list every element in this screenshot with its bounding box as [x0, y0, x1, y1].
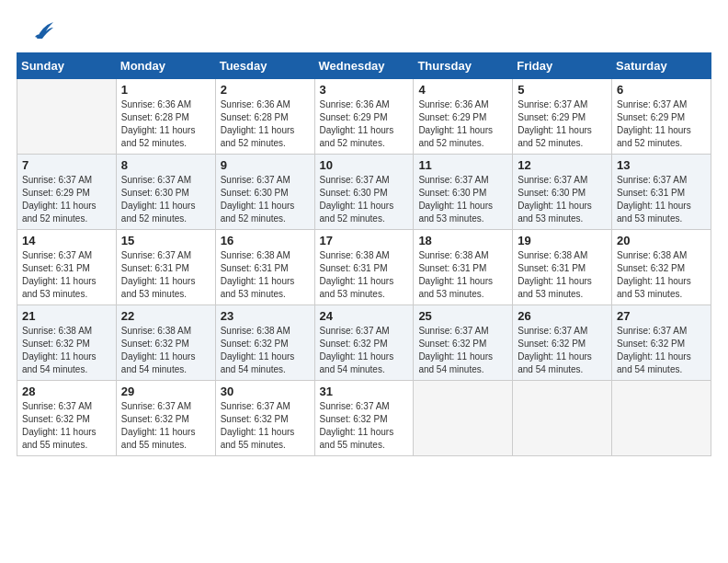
day-number: 26	[518, 309, 607, 323]
header-monday: Monday	[116, 53, 215, 79]
day-info: Sunrise: 6:38 AMSunset: 6:31 PMDaylight:…	[418, 249, 507, 301]
day-number: 1	[121, 83, 210, 97]
table-row: 5Sunrise: 6:37 AMSunset: 6:29 PMDaylight…	[513, 79, 612, 155]
day-info: Sunrise: 6:37 AMSunset: 6:32 PMDaylight:…	[320, 325, 409, 376]
table-row: 19Sunrise: 6:38 AMSunset: 6:31 PMDayligh…	[513, 230, 612, 305]
table-row: 29Sunrise: 6:37 AMSunset: 6:32 PMDayligh…	[116, 381, 215, 456]
day-number: 21	[22, 309, 111, 323]
table-row: 13Sunrise: 6:37 AMSunset: 6:31 PMDayligh…	[612, 155, 711, 230]
table-row: 17Sunrise: 6:38 AMSunset: 6:31 PMDayligh…	[314, 230, 414, 305]
day-number: 4	[418, 83, 507, 97]
day-info: Sunrise: 6:37 AMSunset: 6:29 PMDaylight:…	[518, 98, 607, 150]
table-row: 6Sunrise: 6:37 AMSunset: 6:29 PMDaylight…	[612, 79, 711, 155]
day-info: Sunrise: 6:38 AMSunset: 6:32 PMDaylight:…	[221, 325, 310, 376]
day-info: Sunrise: 6:38 AMSunset: 6:32 PMDaylight:…	[22, 325, 111, 376]
day-number: 27	[617, 309, 706, 323]
day-info: Sunrise: 6:37 AMSunset: 6:30 PMDaylight:…	[418, 174, 507, 225]
day-info: Sunrise: 6:38 AMSunset: 6:31 PMDaylight:…	[320, 249, 409, 301]
logo	[28, 18, 55, 48]
table-row: 24Sunrise: 6:37 AMSunset: 6:32 PMDayligh…	[314, 305, 414, 381]
day-info: Sunrise: 6:37 AMSunset: 6:30 PMDaylight:…	[518, 174, 607, 225]
day-info: Sunrise: 6:36 AMSunset: 6:28 PMDaylight:…	[121, 98, 210, 150]
day-number: 5	[518, 83, 607, 97]
day-number: 11	[418, 158, 507, 172]
day-number: 25	[418, 309, 507, 323]
day-info: Sunrise: 6:37 AMSunset: 6:32 PMDaylight:…	[617, 325, 706, 376]
table-row: 22Sunrise: 6:38 AMSunset: 6:32 PMDayligh…	[116, 305, 215, 381]
day-info: Sunrise: 6:38 AMSunset: 6:32 PMDaylight:…	[121, 325, 210, 376]
calendar-week-row: 21Sunrise: 6:38 AMSunset: 6:32 PMDayligh…	[17, 305, 711, 381]
day-info: Sunrise: 6:37 AMSunset: 6:29 PMDaylight:…	[22, 174, 111, 225]
table-row: 20Sunrise: 6:38 AMSunset: 6:32 PMDayligh…	[612, 230, 711, 305]
table-row: 11Sunrise: 6:37 AMSunset: 6:30 PMDayligh…	[414, 155, 513, 230]
table-row	[17, 79, 117, 155]
table-row: 16Sunrise: 6:38 AMSunset: 6:31 PMDayligh…	[215, 230, 314, 305]
day-number: 3	[320, 83, 409, 97]
day-info: Sunrise: 6:37 AMSunset: 6:32 PMDaylight:…	[418, 325, 507, 376]
table-row: 2Sunrise: 6:36 AMSunset: 6:28 PMDaylight…	[215, 79, 314, 155]
day-info: Sunrise: 6:37 AMSunset: 6:32 PMDaylight:…	[518, 325, 607, 376]
day-number: 12	[518, 158, 607, 172]
day-number: 22	[121, 309, 210, 323]
table-row: 27Sunrise: 6:37 AMSunset: 6:32 PMDayligh…	[612, 305, 711, 381]
table-row: 18Sunrise: 6:38 AMSunset: 6:31 PMDayligh…	[414, 230, 513, 305]
day-number: 24	[320, 309, 409, 323]
table-row: 23Sunrise: 6:38 AMSunset: 6:32 PMDayligh…	[215, 305, 314, 381]
day-info: Sunrise: 6:37 AMSunset: 6:32 PMDaylight:…	[121, 400, 210, 452]
day-number: 6	[617, 83, 706, 97]
day-number: 2	[221, 83, 310, 97]
table-row	[612, 381, 711, 456]
header-tuesday: Tuesday	[215, 53, 314, 79]
table-row: 1Sunrise: 6:36 AMSunset: 6:28 PMDaylight…	[116, 79, 215, 155]
day-number: 16	[221, 234, 310, 247]
day-info: Sunrise: 6:37 AMSunset: 6:29 PMDaylight:…	[617, 98, 706, 150]
day-number: 23	[221, 309, 310, 323]
header-saturday: Saturday	[612, 53, 711, 79]
header-thursday: Thursday	[414, 53, 513, 79]
day-number: 14	[22, 234, 111, 247]
calendar-table: Sunday Monday Tuesday Wednesday Thursday…	[17, 52, 711, 456]
day-number: 13	[617, 158, 706, 172]
table-row: 25Sunrise: 6:37 AMSunset: 6:32 PMDayligh…	[414, 305, 513, 381]
weekday-header-row: Sunday Monday Tuesday Wednesday Thursday…	[17, 53, 711, 79]
day-info: Sunrise: 6:37 AMSunset: 6:32 PMDaylight:…	[320, 400, 409, 452]
calendar-week-row: 1Sunrise: 6:36 AMSunset: 6:28 PMDaylight…	[17, 79, 711, 155]
day-info: Sunrise: 6:37 AMSunset: 6:32 PMDaylight:…	[22, 400, 111, 452]
day-number: 10	[320, 158, 409, 172]
table-row: 15Sunrise: 6:37 AMSunset: 6:31 PMDayligh…	[116, 230, 215, 305]
day-number: 18	[418, 234, 507, 247]
day-info: Sunrise: 6:37 AMSunset: 6:30 PMDaylight:…	[121, 174, 210, 225]
table-row: 3Sunrise: 6:36 AMSunset: 6:29 PMDaylight…	[314, 79, 414, 155]
day-number: 29	[121, 385, 210, 398]
table-row: 7Sunrise: 6:37 AMSunset: 6:29 PMDaylight…	[17, 155, 117, 230]
table-row: 10Sunrise: 6:37 AMSunset: 6:30 PMDayligh…	[314, 155, 414, 230]
day-info: Sunrise: 6:37 AMSunset: 6:32 PMDaylight:…	[221, 400, 310, 452]
day-number: 31	[320, 385, 409, 398]
table-row: 4Sunrise: 6:36 AMSunset: 6:29 PMDaylight…	[414, 79, 513, 155]
day-info: Sunrise: 6:37 AMSunset: 6:30 PMDaylight:…	[320, 174, 409, 225]
calendar-week-row: 28Sunrise: 6:37 AMSunset: 6:32 PMDayligh…	[17, 381, 711, 456]
day-info: Sunrise: 6:37 AMSunset: 6:31 PMDaylight:…	[121, 249, 210, 301]
day-number: 15	[121, 234, 210, 247]
day-info: Sunrise: 6:38 AMSunset: 6:31 PMDaylight:…	[518, 249, 607, 301]
day-info: Sunrise: 6:37 AMSunset: 6:31 PMDaylight:…	[22, 249, 111, 301]
day-number: 7	[22, 158, 111, 172]
day-number: 30	[221, 385, 310, 398]
header-sunday: Sunday	[17, 53, 117, 79]
day-number: 8	[121, 158, 210, 172]
day-info: Sunrise: 6:36 AMSunset: 6:28 PMDaylight:…	[221, 98, 310, 150]
table-row: 21Sunrise: 6:38 AMSunset: 6:32 PMDayligh…	[17, 305, 117, 381]
calendar-week-row: 14Sunrise: 6:37 AMSunset: 6:31 PMDayligh…	[17, 230, 711, 305]
table-row: 14Sunrise: 6:37 AMSunset: 6:31 PMDayligh…	[17, 230, 117, 305]
table-row: 9Sunrise: 6:37 AMSunset: 6:30 PMDaylight…	[215, 155, 314, 230]
day-number: 19	[518, 234, 607, 247]
day-number: 20	[617, 234, 706, 247]
day-info: Sunrise: 6:36 AMSunset: 6:29 PMDaylight:…	[320, 98, 409, 150]
table-row: 28Sunrise: 6:37 AMSunset: 6:32 PMDayligh…	[17, 381, 117, 456]
day-info: Sunrise: 6:38 AMSunset: 6:32 PMDaylight:…	[617, 249, 706, 301]
table-row: 30Sunrise: 6:37 AMSunset: 6:32 PMDayligh…	[215, 381, 314, 456]
day-number: 28	[22, 385, 111, 398]
header-wednesday: Wednesday	[314, 53, 414, 79]
logo-bird-icon	[29, 18, 55, 48]
table-row: 8Sunrise: 6:37 AMSunset: 6:30 PMDaylight…	[116, 155, 215, 230]
